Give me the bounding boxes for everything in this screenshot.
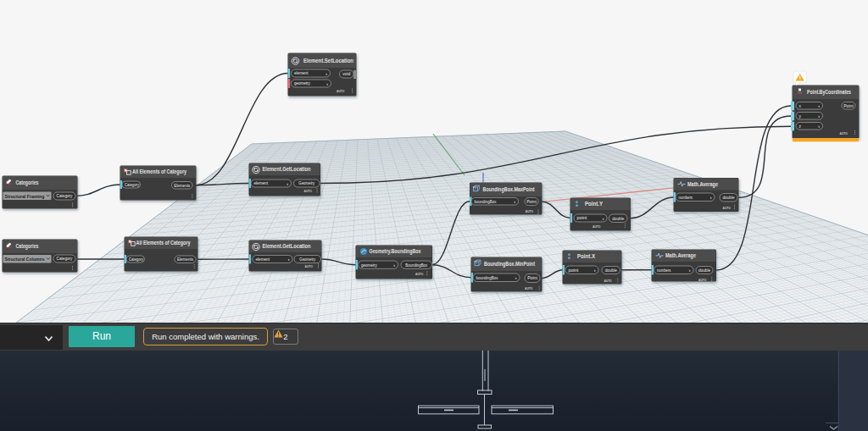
- svg-text:element: element: [254, 180, 269, 185]
- svg-text:Elements: Elements: [177, 257, 193, 262]
- svg-text:boundingBox: boundingBox: [475, 199, 497, 204]
- svg-text:›: ›: [515, 275, 517, 280]
- svg-text:Geometry.BoundingBox: Geometry.BoundingBox: [370, 248, 421, 255]
- svg-text:double: double: [698, 268, 710, 273]
- svg-text:AUTO: AUTO: [305, 264, 313, 268]
- svg-text:AUTO: AUTO: [698, 278, 706, 282]
- svg-text:void: void: [342, 71, 351, 76]
- svg-text:AUTO: AUTO: [840, 131, 848, 135]
- svg-text:boundingBox: boundingBox: [476, 275, 498, 280]
- svg-text:AUTO: AUTO: [593, 224, 600, 229]
- svg-text:AUTO: AUTO: [415, 272, 423, 276]
- svg-text:Structural Columns: Structural Columns: [5, 257, 46, 262]
- svg-text:AUTO: AUTO: [525, 286, 532, 290]
- svg-text:Element.GetLocation: Element.GetLocation: [263, 166, 311, 172]
- svg-text:element: element: [294, 70, 309, 75]
- svg-text:Point: Point: [843, 103, 854, 108]
- svg-text:geometry: geometry: [294, 80, 310, 86]
- svg-text:double: double: [722, 195, 734, 200]
- svg-text:›: ›: [603, 216, 604, 221]
- svg-text:›: ›: [818, 124, 820, 129]
- svg-text:›: ›: [594, 268, 596, 273]
- svg-text:Category: Category: [57, 256, 73, 261]
- svg-text:BoundingBox: BoundingBox: [405, 262, 427, 268]
- svg-text:AUTO: AUTO: [526, 209, 533, 213]
- svg-text:AUTO: AUTO: [304, 189, 312, 193]
- svg-text:Categories: Categories: [16, 243, 39, 250]
- svg-text:BoundingBox.MinPoint: BoundingBox.MinPoint: [484, 261, 536, 268]
- svg-text:element: element: [256, 257, 270, 262]
- svg-text:Element.GetLocation: Element.GetLocation: [263, 243, 311, 249]
- svg-text:Category: Category: [129, 257, 143, 262]
- svg-text:AUTO: AUTO: [337, 89, 344, 93]
- svg-text:Category: Category: [125, 182, 139, 187]
- svg-text:AUTO: AUTO: [604, 279, 611, 283]
- svg-text:Point.ByCoordinates: Point.ByCoordinates: [807, 89, 851, 96]
- svg-text:Category: Category: [57, 193, 73, 198]
- svg-text:All Elements of Category: All Elements of Category: [136, 240, 191, 246]
- svg-text:›: ›: [818, 103, 820, 108]
- svg-text:›: ›: [710, 195, 712, 200]
- svg-text:Structural Framing: Structural Framing: [5, 194, 45, 199]
- svg-text:Math.Average: Math.Average: [665, 252, 696, 259]
- svg-text:Point.Y: Point.Y: [585, 201, 604, 207]
- svg-text:Math.Average: Math.Average: [687, 181, 718, 188]
- svg-text:geometry: geometry: [361, 262, 377, 268]
- svg-text:BoundingBox.MaxPoint: BoundingBox.MaxPoint: [483, 186, 536, 193]
- svg-text:Elements: Elements: [174, 183, 190, 188]
- svg-text:All Elements of Category: All Elements of Category: [132, 169, 186, 175]
- svg-text:Categories: Categories: [16, 180, 39, 186]
- svg-text:double: double: [605, 268, 617, 273]
- svg-text:Geometry: Geometry: [299, 257, 315, 262]
- svg-text:double: double: [612, 216, 624, 221]
- svg-text:Element.SetLocation: Element.SetLocation: [303, 58, 353, 64]
- svg-text:›: ›: [326, 81, 328, 86]
- svg-text:Point.X: Point.X: [577, 253, 596, 259]
- svg-text:Geometry: Geometry: [298, 180, 314, 185]
- svg-text:›: ›: [818, 113, 820, 119]
- svg-text:›: ›: [393, 262, 395, 268]
- svg-text:›: ›: [689, 268, 691, 273]
- svg-text:numbers: numbers: [657, 268, 671, 273]
- svg-text:›: ›: [287, 181, 288, 186]
- svg-text:numbers: numbers: [679, 195, 693, 200]
- svg-text:point: point: [569, 268, 579, 273]
- svg-text:›: ›: [514, 199, 515, 204]
- svg-text:Point: Point: [526, 199, 537, 204]
- svg-text:›: ›: [326, 71, 327, 76]
- svg-text:point: point: [577, 215, 587, 220]
- svg-text:AUTO: AUTO: [723, 206, 731, 210]
- svg-text:Point: Point: [527, 275, 537, 280]
- svg-text:›: ›: [288, 257, 290, 262]
